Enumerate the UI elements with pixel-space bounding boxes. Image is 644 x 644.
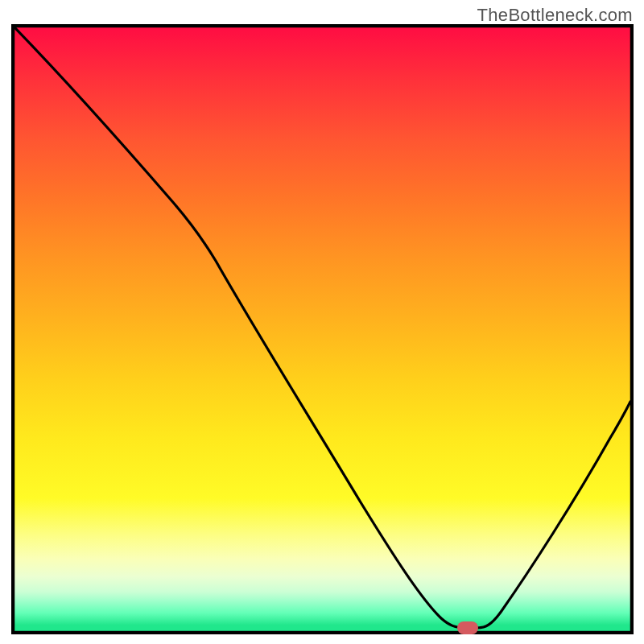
optimal-point-marker bbox=[457, 621, 478, 634]
bottleneck-curve-path bbox=[14, 27, 630, 628]
watermark-text: TheBottleneck.com bbox=[477, 5, 633, 26]
chart-curve bbox=[14, 27, 630, 631]
